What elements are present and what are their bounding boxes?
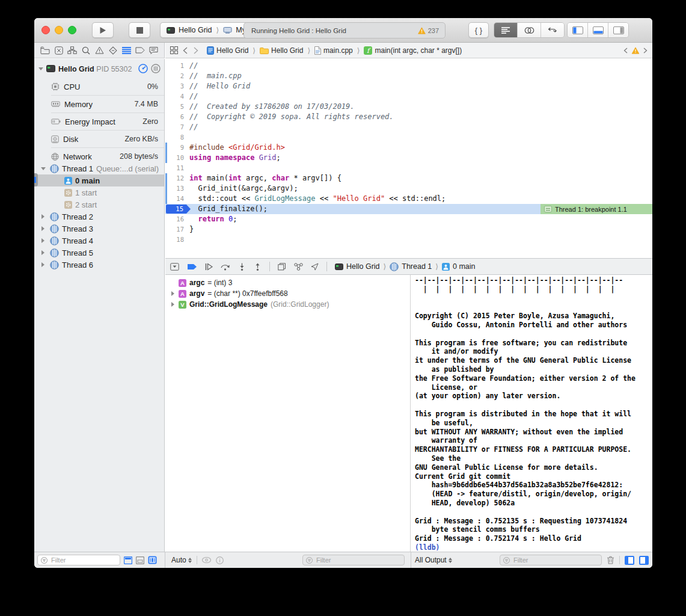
jump-bar-crumb[interactable]: Hello Grid — [259, 46, 304, 55]
navigator-tab-issue-navigator[interactable] — [93, 45, 105, 57]
disclosure-right-icon[interactable] — [41, 214, 44, 219]
previous-issue-icon[interactable] — [623, 48, 628, 54]
line-number-gutter[interactable]: 12 — [165, 173, 189, 183]
navigator-tab-test-navigator[interactable] — [107, 45, 119, 57]
stack-frame-row[interactable]: 2 start — [34, 199, 164, 211]
debug-crumb[interactable]: 0 main — [442, 262, 476, 271]
line-number-gutter[interactable]: 13 — [165, 183, 189, 194]
step-over-button[interactable] — [221, 263, 230, 271]
stack-frame-row[interactable]: 0 main — [34, 174, 164, 186]
navigator-tab-project-navigator[interactable] — [39, 45, 51, 57]
process-row[interactable]: Hello Grid PID 55302 — [34, 61, 164, 76]
thread-row[interactable]: Thread 2 — [34, 211, 164, 223]
quicklook-eye-icon[interactable] — [202, 557, 211, 563]
line-number-gutter[interactable]: 18 — [165, 235, 189, 245]
minimize-window-button[interactable] — [55, 26, 63, 34]
library-button[interactable]: { } — [468, 22, 489, 38]
thread-row[interactable]: Thread 3 — [34, 223, 164, 235]
info-icon[interactable] — [216, 556, 224, 564]
navigator-tab-source-control-navigator[interactable] — [53, 45, 65, 57]
thread-row[interactable]: Thread 4 — [34, 235, 164, 247]
toggle-navigator-button[interactable] — [568, 23, 588, 37]
disclosure-right-icon[interactable] — [171, 302, 174, 307]
disclosure-right-icon[interactable] — [41, 250, 44, 255]
filter-running-icon[interactable] — [124, 556, 132, 564]
navigator-filter-input[interactable] — [50, 556, 117, 564]
navigator-filter-field[interactable] — [37, 555, 120, 565]
console-view[interactable]: --|--|--|--|--|--|--|--|--|--|--|--|--|-… — [411, 275, 652, 552]
activity-viewer[interactable]: Running Hello Grid : Hello Grid 237 — [243, 22, 446, 38]
console-filter-input[interactable] — [512, 556, 598, 564]
run-button[interactable] — [92, 22, 114, 38]
navigator-tab-report-navigator[interactable] — [147, 45, 159, 57]
gauge-row-energy-impact[interactable]: Energy ImpactZero — [51, 112, 164, 130]
disclosure-right-icon[interactable] — [41, 238, 44, 243]
thread-row[interactable]: Thread 5 — [34, 247, 164, 259]
variables-filter-input[interactable] — [315, 556, 401, 564]
variables-scope-select[interactable]: Auto — [171, 556, 192, 564]
standard-editor-button[interactable] — [494, 23, 518, 37]
variable-row[interactable]: Aargv= (char **) 0x7ffeefbff568 — [165, 288, 410, 299]
hide-debug-area-button[interactable] — [170, 263, 179, 271]
variable-row[interactable]: Aargc= (int) 3 — [165, 277, 410, 288]
gauge-row-cpu[interactable]: CPU0% — [51, 78, 164, 95]
next-issue-icon[interactable] — [643, 48, 648, 54]
debug-crumb[interactable]: Hello Grid — [335, 262, 380, 271]
line-number-gutter[interactable]: 9 — [165, 143, 189, 153]
warning-counter[interactable]: 237 — [418, 27, 445, 34]
line-number-gutter[interactable]: 7 — [165, 122, 189, 132]
zoom-window-button[interactable] — [68, 26, 76, 34]
thread-row[interactable]: Thread 1Queue:...d (serial) — [34, 162, 164, 174]
related-items-icon[interactable] — [170, 46, 178, 54]
source-editor[interactable]: 1//2// main.cpp3// Hello Grid4//5// Crea… — [165, 59, 652, 258]
close-window-button[interactable] — [41, 26, 50, 34]
gauge-button-icon[interactable] — [138, 64, 148, 73]
disclosure-right-icon[interactable] — [171, 291, 174, 296]
filter-flagged-icon[interactable] — [136, 556, 144, 564]
navigator-tab-find-navigator[interactable] — [80, 45, 92, 57]
navigator-tab-debug-navigator[interactable] — [120, 45, 132, 57]
stack-frame-row[interactable]: 1 start — [34, 186, 164, 199]
variables-filter-field[interactable] — [302, 555, 405, 565]
disclosure-right-icon[interactable] — [41, 226, 44, 231]
view-hierarchy-button[interactable] — [278, 263, 286, 271]
jump-bar-crumb[interactable]: fmain(int argc, char * argv[]) — [363, 46, 463, 55]
trash-icon[interactable] — [607, 556, 614, 564]
toggle-debug-area-button[interactable] — [588, 23, 608, 37]
stop-button[interactable] — [129, 22, 150, 38]
console-filter-field[interactable] — [500, 555, 602, 565]
simulate-location-button[interactable] — [311, 263, 319, 271]
line-number-gutter[interactable]: 10 — [165, 153, 189, 163]
forward-icon[interactable] — [194, 47, 198, 54]
line-number-gutter[interactable]: 17 — [165, 224, 189, 235]
breakpoints-toggle-button[interactable] — [187, 263, 197, 270]
issue-warning-icon[interactable] — [631, 47, 640, 54]
assistant-editor-button[interactable] — [518, 23, 541, 37]
navigator-tab-symbol-navigator[interactable] — [66, 45, 78, 57]
lldb-prompt[interactable]: (lldb) — [411, 543, 652, 552]
line-number-gutter[interactable]: 2 — [165, 71, 189, 81]
step-out-button[interactable] — [254, 263, 262, 271]
line-number-gutter[interactable]: 16 — [165, 214, 189, 224]
jump-bar-crumb[interactable]: Hello Grid — [206, 46, 250, 55]
version-editor-button[interactable] — [541, 23, 564, 37]
line-number-gutter[interactable]: 6 — [165, 112, 189, 122]
gauge-row-memory[interactable]: Memory7.4 MB — [51, 95, 164, 112]
line-number-gutter[interactable]: 8 — [165, 132, 189, 143]
line-number-gutter[interactable]: 15 — [165, 204, 189, 214]
thread-row[interactable]: Thread 6 — [34, 259, 164, 271]
memory-button-icon[interactable] — [151, 64, 161, 73]
jump-bar-crumb[interactable]: main.cpp — [313, 46, 354, 55]
memory-graph-button[interactable] — [294, 263, 303, 271]
debug-crumb[interactable]: Thread 1 — [390, 262, 432, 271]
line-number-gutter[interactable]: 14 — [165, 194, 189, 204]
back-icon[interactable] — [183, 47, 188, 54]
show-variables-view-toggle[interactable] — [625, 556, 634, 565]
disclosure-down-icon[interactable] — [38, 67, 43, 70]
breakpoint-indicator[interactable]: 15 — [166, 205, 191, 214]
line-number-gutter[interactable]: 3 — [165, 81, 189, 91]
line-number-gutter[interactable]: 11 — [165, 163, 189, 173]
step-into-button[interactable] — [238, 263, 246, 271]
console-output-select[interactable]: All Output — [415, 556, 452, 564]
toggle-inspectors-button[interactable] — [608, 23, 628, 37]
